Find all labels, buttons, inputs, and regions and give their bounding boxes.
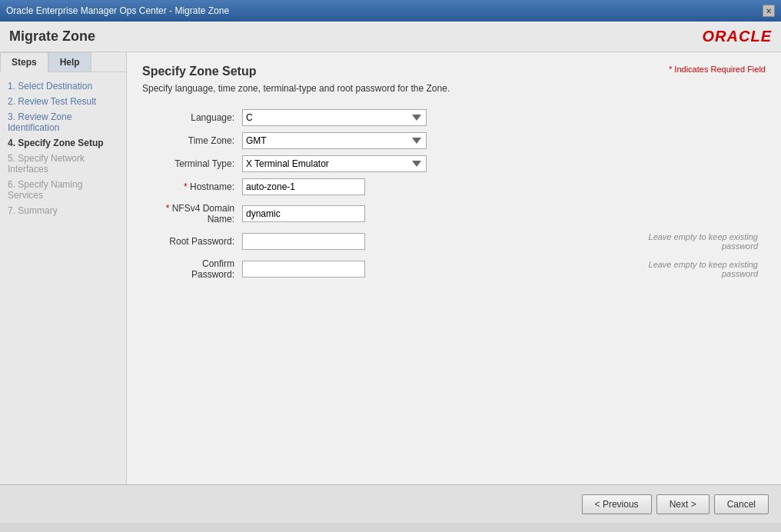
language-row: Language: C (142, 106, 766, 129)
section-header: Specify Zone Setup * Indicates Required … (142, 65, 766, 83)
language-hint (554, 106, 766, 129)
confirm-password-row: ConfirmPassword: Leave empty to keep exi… (142, 254, 766, 284)
terminal-type-select[interactable]: X Terminal Emulator (242, 155, 427, 172)
root-password-label: Root Password: (142, 229, 242, 254)
description: Specify language, time zone, terminal-ty… (142, 83, 766, 94)
language-control: C (242, 106, 554, 129)
hostname-label: * Hostname: (142, 175, 242, 198)
hostname-row: * Hostname: (142, 175, 766, 198)
root-password-input[interactable] (242, 233, 365, 250)
sidebar: Steps Help 1. Select Destination 2. Revi… (0, 52, 127, 484)
close-button[interactable]: ✕ (763, 5, 775, 17)
confirm-password-hint: Leave empty to keep existingpassword (554, 254, 766, 284)
timezone-label: Time Zone: (142, 129, 242, 152)
form: Language: C Time Zone: GMT (142, 106, 766, 284)
page-title-bar: Migrate Zone ORACLE (0, 22, 781, 52)
tab-help[interactable]: Help (48, 52, 91, 71)
step-7: 7. Summary (5, 203, 121, 218)
terminal-type-row: Terminal Type: X Terminal Emulator (142, 152, 766, 175)
nfsv4-label: * NFSv4 DomainName: (142, 198, 242, 229)
nfsv4-row: * NFSv4 DomainName: (142, 198, 766, 229)
timezone-select[interactable]: GMT (242, 132, 427, 149)
confirm-password-control (242, 254, 554, 284)
oracle-logo: ORACLE (703, 28, 772, 45)
confirm-password-label: ConfirmPassword: (142, 254, 242, 284)
page-title: Migrate Zone (9, 28, 95, 45)
section-title: Specify Zone Setup (142, 65, 256, 78)
timezone-control: GMT (242, 129, 554, 152)
step-4[interactable]: 4. Specify Zone Setup (5, 135, 121, 151)
cancel-button[interactable]: Cancel (714, 494, 769, 514)
timezone-row: Time Zone: GMT (142, 129, 766, 152)
confirm-password-input[interactable] (242, 261, 365, 278)
nfsv4-control (242, 198, 554, 229)
language-label: Language: (142, 106, 242, 129)
language-select[interactable]: C (242, 109, 427, 126)
terminal-type-control: X Terminal Emulator (242, 152, 554, 175)
main-container: Steps Help 1. Select Destination 2. Revi… (0, 52, 781, 484)
window-title: Oracle Enterprise Manager Ops Center - M… (6, 5, 229, 16)
step-2[interactable]: 2. Review Test Result (5, 94, 121, 109)
hostname-input[interactable] (242, 178, 365, 195)
previous-button[interactable]: < Previous (582, 494, 652, 514)
step-6: 6. Specify Naming Services (5, 177, 121, 203)
terminal-type-hint (554, 152, 766, 175)
step-1[interactable]: 1. Select Destination (5, 78, 121, 94)
footer: < Previous Next > Cancel (0, 484, 781, 523)
step-3[interactable]: 3. Review Zone Identification (5, 109, 121, 135)
sidebar-steps: 1. Select Destination 2. Review Test Res… (0, 72, 126, 224)
root-password-row: Root Password: Leave empty to keep exist… (142, 229, 766, 254)
root-password-control (242, 229, 554, 254)
terminal-type-label: Terminal Type: (142, 152, 242, 175)
sidebar-tabs: Steps Help (0, 52, 126, 72)
next-button[interactable]: Next > (656, 494, 710, 514)
hostname-control (242, 175, 554, 198)
root-password-hint: Leave empty to keep existingpassword (554, 229, 766, 254)
nfsv4-hint (554, 198, 766, 229)
title-bar: Oracle Enterprise Manager Ops Center - M… (0, 0, 781, 22)
timezone-hint (554, 129, 766, 152)
nfsv4-input[interactable] (242, 205, 365, 222)
required-note: * Indicates Required Field (669, 65, 766, 74)
hostname-hint (554, 175, 766, 198)
step-5: 5. Specify Network Interfaces (5, 151, 121, 177)
tab-steps[interactable]: Steps (0, 52, 48, 72)
content-area: Specify Zone Setup * Indicates Required … (127, 52, 781, 484)
